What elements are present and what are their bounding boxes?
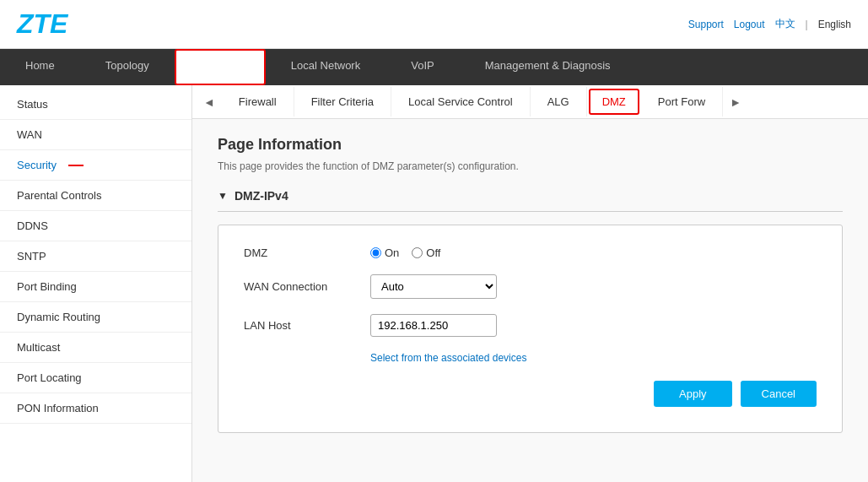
nav-home[interactable]: Home bbox=[0, 49, 80, 85]
sidebar-item-sntp[interactable]: SNTP bbox=[0, 241, 191, 272]
sidebar-item-port-locating[interactable]: Port Locating bbox=[0, 363, 191, 393]
dmz-off-radio[interactable] bbox=[412, 247, 423, 258]
nav-voip[interactable]: VoIP bbox=[385, 49, 459, 85]
content-area: ◄ Firewall Filter Criteria Local Service… bbox=[192, 85, 868, 482]
sidebar-item-multicast[interactable]: Multicast bbox=[0, 333, 191, 363]
lan-host-label: LAN Host bbox=[244, 319, 370, 332]
nav-topology[interactable]: Topology bbox=[80, 49, 175, 85]
wan-connection-select[interactable]: Auto bbox=[370, 274, 497, 299]
section-arrow-icon: ▼ bbox=[218, 190, 228, 202]
sidebar-item-parental-controls[interactable]: Parental Controls bbox=[0, 181, 191, 211]
nav-management[interactable]: Management & Diagnosis bbox=[460, 49, 636, 85]
subtab-firewall[interactable]: Firewall bbox=[222, 87, 294, 116]
sidebar-security-label: Security bbox=[17, 159, 57, 171]
sidebar-item-ddns[interactable]: DDNS bbox=[0, 211, 191, 241]
subtab-port-forward[interactable]: Port Forw bbox=[641, 87, 723, 116]
nav-bar: Home Topology Internet Local Network VoI… bbox=[0, 49, 868, 85]
top-header: ZTE Support Logout 中文 | English bbox=[0, 0, 868, 49]
wan-connection-form-row: WAN Connection Auto bbox=[244, 274, 817, 299]
nav-internet[interactable]: Internet bbox=[175, 49, 266, 85]
logout-link[interactable]: Logout bbox=[734, 19, 765, 30]
section-content: DMZ On Off WAN Connection bbox=[218, 225, 843, 433]
dmz-on-radio[interactable] bbox=[370, 247, 381, 258]
sidebar-item-status[interactable]: Status bbox=[0, 89, 191, 120]
section-divider bbox=[218, 211, 843, 212]
main-layout: Status WAN Security Parental Controls DD… bbox=[0, 85, 868, 482]
top-links: Support Logout 中文 | English bbox=[688, 17, 851, 31]
page-info-title: Page Information bbox=[218, 136, 843, 154]
dmz-form-row: DMZ On Off bbox=[244, 246, 817, 259]
section-title: DMZ-IPv4 bbox=[235, 189, 288, 203]
sidebar-item-wan[interactable]: WAN bbox=[0, 120, 191, 150]
sidebar-item-dynamic-routing[interactable]: Dynamic Routing bbox=[0, 302, 191, 333]
subtab-left-arrow[interactable]: ◄ bbox=[197, 87, 222, 117]
dmz-off-text: Off bbox=[426, 246, 440, 259]
sidebar-item-port-binding[interactable]: Port Binding bbox=[0, 272, 191, 302]
cancel-button[interactable]: Cancel bbox=[741, 381, 817, 407]
section-header: ▼ DMZ-IPv4 bbox=[218, 189, 843, 203]
logo: ZTE bbox=[17, 8, 67, 40]
sidebar: Status WAN Security Parental Controls DD… bbox=[0, 85, 192, 482]
subtab-right-arrow[interactable]: ► bbox=[723, 87, 748, 117]
sub-tab-bar: ◄ Firewall Filter Criteria Local Service… bbox=[192, 85, 868, 119]
sidebar-item-security[interactable]: Security bbox=[0, 150, 191, 181]
subtab-filter-criteria[interactable]: Filter Criteria bbox=[294, 87, 391, 116]
english-label: English bbox=[818, 19, 851, 30]
lan-host-input[interactable] bbox=[370, 314, 497, 337]
nav-local-network[interactable]: Local Network bbox=[266, 49, 385, 85]
dmz-radio-group: On Off bbox=[370, 246, 440, 259]
subtab-alg[interactable]: ALG bbox=[531, 87, 587, 116]
lan-host-control bbox=[370, 314, 497, 337]
dmz-on-text: On bbox=[385, 246, 399, 259]
dmz-off-label[interactable]: Off bbox=[412, 246, 440, 259]
apply-button[interactable]: Apply bbox=[654, 381, 732, 407]
associated-devices-row: Select from the associated devices bbox=[244, 352, 817, 364]
chinese-link[interactable]: 中文 bbox=[775, 17, 795, 31]
associated-devices-link[interactable]: Select from the associated devices bbox=[370, 352, 526, 364]
sidebar-active-indicator bbox=[68, 165, 84, 166]
subtab-dmz[interactable]: DMZ bbox=[589, 89, 639, 115]
wan-connection-label: WAN Connection bbox=[244, 280, 370, 293]
lan-host-form-row: LAN Host bbox=[244, 314, 817, 337]
page-info-desc: This page provides the function of DMZ p… bbox=[218, 160, 843, 172]
dmz-on-label[interactable]: On bbox=[370, 246, 399, 259]
page-content: Page Information This page provides the … bbox=[192, 119, 868, 450]
wan-connection-control: Auto bbox=[370, 274, 497, 299]
subtab-local-service-control[interactable]: Local Service Control bbox=[391, 87, 531, 116]
lang-divider: | bbox=[806, 19, 808, 30]
dmz-label: DMZ bbox=[244, 246, 370, 259]
support-link[interactable]: Support bbox=[688, 19, 724, 30]
sidebar-item-pon-information[interactable]: PON Information bbox=[0, 393, 191, 424]
button-row: Apply Cancel bbox=[244, 381, 817, 407]
